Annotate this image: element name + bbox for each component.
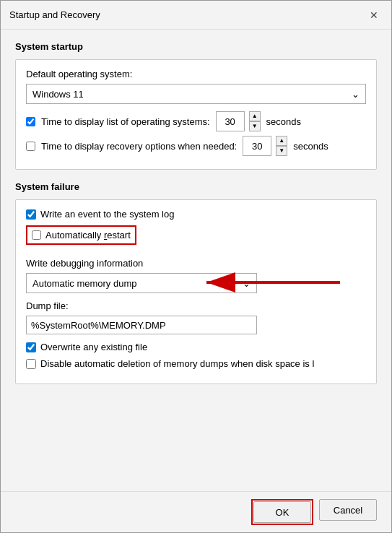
default-os-value: Windows 11 xyxy=(32,89,84,100)
time-display-checkbox[interactable] xyxy=(26,117,35,126)
startup-recovery-dialog: Startup and Recovery ✕ System startup De… xyxy=(0,0,392,533)
time-display-seconds: seconds xyxy=(266,116,301,127)
debug-info-label: Write debugging information xyxy=(26,258,366,269)
recovery-row: Time to display recovery options when ne… xyxy=(26,136,366,156)
system-startup-label: System startup xyxy=(15,41,377,52)
recovery-spinner: ▲ ▼ xyxy=(243,136,287,156)
system-failure-label: System failure xyxy=(15,181,377,192)
dropdown-chevron-icon: ⌄ xyxy=(352,89,360,100)
recovery-down-btn[interactable]: ▼ xyxy=(276,146,287,156)
disable-label: Disable automatic deletion of memory dum… xyxy=(40,358,314,369)
write-event-row: Write an event to the system log xyxy=(26,209,366,220)
overwrite-label: Overwrite any existing file xyxy=(40,342,147,352)
dialog-content: System startup Default operating system:… xyxy=(1,30,391,491)
debug-dropdown-value: Automatic memory dump xyxy=(32,278,137,289)
auto-restart-container: Automatically restart xyxy=(26,225,366,251)
time-display-spinner-btns: ▲ ▼ xyxy=(249,111,261,131)
dump-file-input[interactable] xyxy=(26,316,257,334)
auto-restart-label: Automatically restart xyxy=(45,230,131,240)
time-display-label: Time to display list of operating system… xyxy=(41,116,210,127)
recovery-input[interactable] xyxy=(243,136,271,156)
disable-row: Disable automatic deletion of memory dum… xyxy=(26,358,366,369)
system-startup-section: System startup Default operating system:… xyxy=(15,41,377,170)
dialog-title: Startup and Recovery xyxy=(9,9,100,20)
close-button[interactable]: ✕ xyxy=(365,6,383,24)
recovery-label: Time to display recovery options when ne… xyxy=(41,141,237,152)
time-display-down-btn[interactable]: ▼ xyxy=(249,121,261,131)
recovery-checkbox[interactable] xyxy=(26,142,35,151)
ok-button[interactable]: OK xyxy=(253,501,311,523)
ok-button-highlight: OK xyxy=(251,499,313,525)
time-display-row: Time to display list of operating system… xyxy=(26,111,366,131)
debug-chevron-icon: ⌄ xyxy=(243,278,251,289)
debug-dropdown[interactable]: Automatic memory dump ⌄ xyxy=(26,273,257,293)
auto-restart-checkbox[interactable] xyxy=(32,230,41,240)
disable-checkbox[interactable] xyxy=(26,359,36,369)
overwrite-checkbox[interactable] xyxy=(26,342,36,352)
system-failure-box: Write an event to the system log Automat… xyxy=(15,199,377,384)
default-os-dropdown[interactable]: Windows 11 ⌄ xyxy=(26,84,366,104)
dump-file-label: Dump file: xyxy=(26,300,366,311)
time-display-spinner: ▲ ▼ xyxy=(216,111,261,131)
dialog-footer: OK Cancel xyxy=(1,491,391,532)
recovery-seconds: seconds xyxy=(293,141,328,152)
default-os-label: Default operating system: xyxy=(26,69,366,79)
recovery-up-btn[interactable]: ▲ xyxy=(276,136,287,146)
auto-restart-highlight: Automatically restart xyxy=(26,225,136,245)
recovery-spinner-btns: ▲ ▼ xyxy=(276,136,287,156)
cancel-button[interactable]: Cancel xyxy=(319,499,377,521)
write-event-checkbox[interactable] xyxy=(26,209,36,220)
write-event-label: Write an event to the system log xyxy=(40,209,174,220)
time-display-input[interactable] xyxy=(216,111,245,131)
overwrite-row: Overwrite any existing file xyxy=(26,342,366,352)
time-display-up-btn[interactable]: ▲ xyxy=(249,111,261,121)
system-failure-section: System failure Write an event to the sys… xyxy=(15,181,377,384)
title-bar: Startup and Recovery ✕ xyxy=(1,1,391,30)
system-startup-box: Default operating system: Windows 11 ⌄ T… xyxy=(15,59,377,170)
